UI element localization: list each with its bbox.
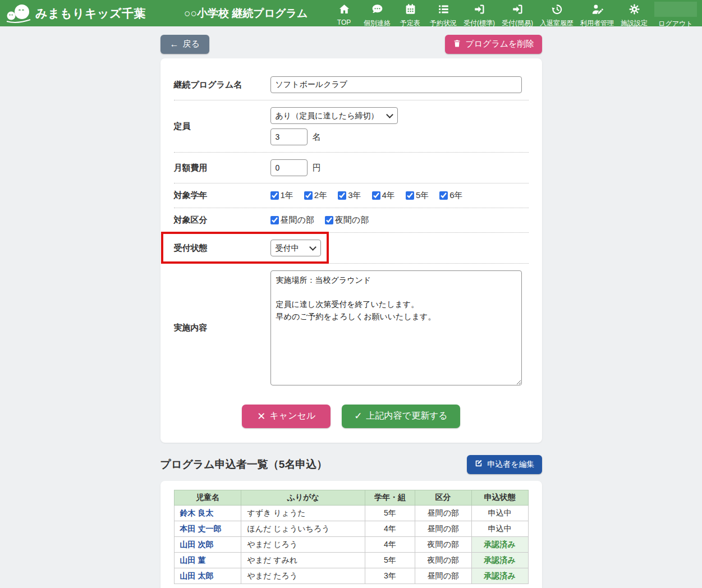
target-division-label: 対象区分: [174, 215, 270, 226]
toolbar: ← 戻る プログラムを削除: [160, 35, 542, 54]
form-row-program-name: 継続プログラム名: [174, 70, 529, 100]
checkbox[interactable]: [325, 216, 333, 224]
checkbox-option[interactable]: 4年: [372, 190, 395, 201]
applicant-kana: すずき りょうた: [241, 506, 365, 521]
column-header: 申込状態: [471, 490, 528, 506]
nav-item-facility-settings[interactable]: 施設設定: [617, 0, 651, 28]
nav-item-individual-contact[interactable]: 個別連絡: [360, 0, 394, 28]
nav-label: TOP: [337, 19, 351, 26]
checkbox[interactable]: [338, 191, 346, 200]
applicant-grade: 5年: [365, 506, 415, 521]
checkbox[interactable]: [270, 216, 279, 224]
check-icon: ✓: [354, 411, 362, 421]
checkbox-option[interactable]: 6年: [439, 190, 462, 201]
form-actions: ✕ キャンセル ✓ 上記内容で更新する: [174, 405, 529, 428]
applicant-kana: ほんだ じょういちろう: [241, 521, 365, 537]
details-label: 実施内容: [174, 323, 270, 333]
nav-label: 入退室履歴: [540, 19, 573, 28]
checkbox[interactable]: [270, 191, 279, 200]
checkbox-label: 昼間の部: [281, 215, 314, 226]
checkbox-option[interactable]: 夜間の部: [325, 215, 369, 226]
nav-label: 個別連絡: [364, 19, 391, 28]
form-row-details: 実施内容 実施場所：当校グラウンド 定員に達し次第受付を終了いたします。 早めの…: [174, 264, 529, 392]
column-header: ふりがな: [241, 490, 365, 506]
applicants-table-card: 児童名ふりがな学年・組区分申込状態 鈴木 良太すずき りょうた5年昼間の部申込中…: [160, 481, 542, 588]
nav-item-top[interactable]: TOP: [328, 0, 360, 26]
capacity-select[interactable]: あり（定員に達したら締切）: [270, 107, 398, 124]
edit-applicants-button[interactable]: 申込者を編集: [467, 455, 542, 474]
mascot-icon: [6, 3, 31, 24]
applicant-status: 承認済み: [471, 553, 528, 568]
applicants-table: 児童名ふりがな学年・組区分申込状態 鈴木 良太すずき りょうた5年昼間の部申込中…: [174, 490, 529, 584]
form-row-monthly-fee: 月額費用 円: [174, 153, 529, 183]
nav-item-reception-standard[interactable]: 受付(標準): [460, 0, 498, 28]
checkbox-option[interactable]: 2年: [304, 190, 327, 201]
monthly-fee-input[interactable]: [270, 159, 308, 176]
history-icon: [551, 3, 563, 17]
applicant-division: 夜間の部: [415, 537, 471, 553]
nav-item-user-management[interactable]: 利用者管理: [577, 0, 617, 28]
applicant-grade: 5年: [365, 553, 415, 568]
checkbox[interactable]: [439, 191, 448, 200]
nav-label: 利用者管理: [580, 19, 614, 28]
home-icon: [338, 3, 350, 17]
checkbox[interactable]: [304, 191, 313, 200]
sign-in-icon: [474, 3, 485, 17]
applicant-name-link[interactable]: 山田 次郎: [174, 537, 241, 553]
checkbox[interactable]: [372, 191, 380, 200]
x-icon: ✕: [257, 411, 265, 421]
applicant-grade: 3年: [365, 568, 415, 584]
table-row: 本田 丈一郎ほんだ じょういちろう4年昼間の部申込中: [174, 521, 528, 537]
capacity-unit-label: 名: [313, 132, 321, 143]
back-button[interactable]: ← 戻る: [160, 35, 209, 54]
applicant-kana: やまだ すみれ: [241, 553, 365, 568]
applicant-name-link[interactable]: 山田 菫: [174, 553, 241, 568]
checkbox[interactable]: [406, 191, 414, 200]
nav-item-reception-simple[interactable]: 受付(簡易): [498, 0, 536, 28]
applicant-kana: やまだ たろう: [241, 568, 365, 584]
nav-item-logout[interactable]: ログアウト: [651, 0, 700, 29]
target-division-group: 昼間の部夜間の部: [270, 215, 369, 226]
form-row-target-grades: 対象学年 1年2年3年4年5年6年: [174, 183, 529, 208]
nav-label: 受付(標準): [464, 19, 495, 28]
nav-item-entry-exit-history[interactable]: 入退室履歴: [536, 0, 577, 28]
nav-label: ログアウト: [658, 19, 692, 29]
arrow-left-icon: ←: [170, 40, 179, 49]
nav-label: 予約状況: [430, 19, 457, 28]
details-textarea[interactable]: 実施場所：当校グラウンド 定員に達し次第受付を終了いたします。 早めのご予約をよ…: [270, 270, 522, 385]
applicant-name-link[interactable]: 山田 太郎: [174, 568, 241, 584]
checkbox-label: 5年: [416, 190, 429, 201]
applicant-name-link[interactable]: 本田 丈一郎: [174, 521, 241, 537]
logout-highlight: [654, 2, 697, 17]
checkbox-label: 1年: [281, 190, 293, 201]
checkbox-label: 2年: [314, 190, 327, 201]
update-button[interactable]: ✓ 上記内容で更新する: [342, 405, 460, 428]
checkbox-option[interactable]: 3年: [338, 190, 361, 201]
applicant-name-link[interactable]: 鈴木 良太: [174, 506, 241, 521]
app-logo[interactable]: みまもりキッズ千葉: [0, 3, 146, 24]
capacity-count-input[interactable]: [270, 128, 308, 145]
program-name-label: 継続プログラム名: [174, 80, 270, 90]
checkbox-option[interactable]: 1年: [270, 190, 293, 201]
program-form-card: 継続プログラム名 定員 あり（定員に達したら締切） 名 月額費用 円: [160, 58, 542, 443]
user-edit-icon: [591, 3, 603, 17]
checkbox-option[interactable]: 5年: [406, 190, 429, 201]
checkbox-option[interactable]: 昼間の部: [270, 215, 314, 226]
cancel-button[interactable]: ✕ キャンセル: [242, 405, 331, 428]
trash-icon: [453, 39, 461, 49]
delete-program-button[interactable]: プログラムを削除: [445, 35, 542, 54]
column-header: 児童名: [174, 490, 241, 506]
nav-item-reservation-status[interactable]: 予約状況: [426, 0, 460, 28]
program-name-input[interactable]: [270, 76, 522, 93]
app-header: みまもりキッズ千葉 ○○小学校 継続プログラム TOP 個別連絡: [0, 0, 702, 26]
applicant-grade: 4年: [365, 521, 415, 537]
comment-icon: [371, 3, 383, 17]
nav-label: 施設設定: [621, 19, 648, 28]
nav-item-schedule[interactable]: 予定表: [394, 0, 426, 28]
checkbox-label: 夜間の部: [335, 215, 369, 226]
sign-in-icon: [512, 3, 524, 17]
checkbox-label: 6年: [449, 190, 462, 201]
reception-status-select[interactable]: 受付中: [270, 240, 321, 256]
applicant-grade: 4年: [365, 537, 415, 553]
applicant-status: 申込中: [471, 506, 528, 521]
